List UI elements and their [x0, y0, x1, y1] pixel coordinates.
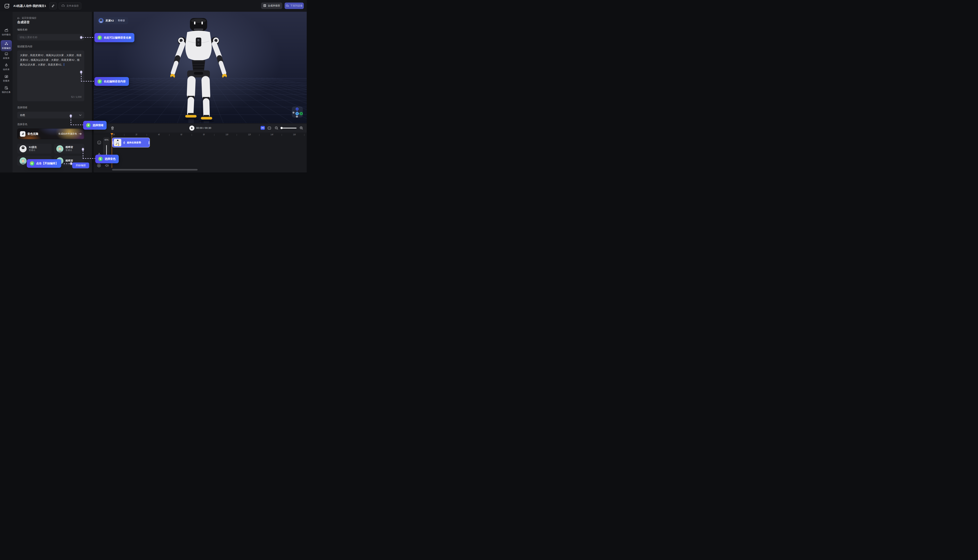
clip-label: 超帅走路姿势: [127, 141, 141, 144]
connector-dot: [70, 162, 72, 165]
name-label: 编辑名称: [17, 28, 27, 32]
left-nav: 动作模仿 音频编排 表情库 动作库 音频库 我的任务: [0, 12, 13, 172]
top-bar: A1机器人动作-我的项目1 文件未保存 合成并保存 下发到设备: [0, 0, 307, 12]
ruler-label: 6f: [180, 133, 182, 136]
text-caret: [64, 63, 64, 66]
delete-clip-button[interactable]: [111, 126, 114, 131]
deploy-to-device-label: 下发到设备: [290, 4, 302, 7]
emotion-label: 选择情绪: [17, 106, 27, 109]
transport-bar: 00:00 / 00:30: [94, 123, 307, 133]
nav-item-action-library[interactable]: 动作库: [0, 63, 12, 71]
volume-track[interactable]: [106, 145, 107, 155]
connector-line: [64, 163, 71, 164]
voice-content-text: 大家好，我是灵犀X2，很高兴认识大家，大家好，我是灵犀X2，很高兴认识大家，大家…: [20, 54, 82, 66]
step-text: 点击【开始编排】: [36, 162, 58, 165]
axis-gizmo[interactable]: Z Y X: [292, 107, 303, 118]
connector-dot: [80, 71, 82, 73]
sparkle-diamonds-icon: [4, 42, 8, 46]
nav-label: 我的任务: [2, 91, 11, 94]
tooltip-step-5: 5 选择音色: [95, 155, 119, 163]
nav-label: 动作库: [3, 68, 10, 71]
synthesize-voice-panel: 返回音频编排 合成语音 编辑名称 描述配音内容 大家好，我是灵犀X2，很高兴认识…: [13, 12, 92, 172]
ruler-label: 4f: [158, 133, 160, 136]
content-label: 描述配音内容: [17, 45, 32, 48]
nav-item-audio-arrange[interactable]: 音频编排: [1, 40, 12, 51]
chevron-down-icon: [79, 113, 82, 117]
clip-range-button[interactable]: [267, 126, 271, 131]
timeline-zoom-slider[interactable]: [281, 128, 297, 128]
save-and-merge-button[interactable]: 合成并保存: [261, 3, 282, 9]
voice-content-textarea[interactable]: 大家好，我是灵犀X2，很高兴认识大家，大家好，我是灵犀X2，很高兴认识大家，大家…: [17, 50, 84, 101]
material-name-input[interactable]: [17, 34, 84, 40]
axis-x-label: X: [300, 113, 302, 115]
play-button[interactable]: [189, 125, 194, 131]
record-target-icon[interactable]: [97, 163, 101, 168]
timeline-panel[interactable]: 0f 2f 4f 6f 8f 10f 12f 14f 16f 40%: [94, 133, 307, 172]
file-unsaved-label: 文件未保存: [67, 4, 79, 8]
connector-dot: [80, 36, 82, 39]
playhead-handle[interactable]: [110, 133, 113, 135]
nav-label: 动作模仿: [2, 33, 11, 36]
robot-name: 灵犀X2: [105, 19, 114, 22]
voice-card-zhihuijun[interactable]: 稚晖君普通话: [54, 144, 84, 154]
nav-item-my-tasks[interactable]: 我的任务: [0, 86, 12, 94]
music-file-icon: [20, 131, 25, 137]
step-text: 在此编辑语音内容: [104, 80, 126, 83]
project-title: A1机器人动作-我的项目1: [13, 0, 46, 12]
ruler-label: 10f: [225, 133, 228, 136]
expression-track-icon[interactable]: [97, 140, 101, 145]
clone-title: 音色克隆: [27, 132, 38, 136]
step-number: 3: [98, 79, 102, 84]
horizontal-scrollbar[interactable]: [112, 169, 197, 170]
zoom-out-icon[interactable]: [275, 126, 278, 131]
nav-item-audio-library[interactable]: 音频库: [0, 75, 12, 82]
timeline-zoom-knob[interactable]: [280, 127, 283, 129]
back-label: 返回音频编排: [22, 17, 37, 20]
ruler-label: 8f: [203, 133, 205, 136]
nav-item-expression-library[interactable]: 表情库: [0, 52, 12, 60]
voice-card-x2[interactable]: X2原生普通话: [17, 144, 52, 154]
axis-neg-dot: [293, 112, 295, 113]
robot-avatar-icon: [98, 18, 103, 23]
edit-title-button[interactable]: [49, 2, 57, 9]
clone-cta-label: 生成你的专属音色: [58, 132, 77, 135]
robot-download-icon: [286, 4, 289, 8]
robot-3d-viewport[interactable]: 灵犀X2 青春版 Z Y X: [94, 12, 307, 123]
deploy-to-device-button[interactable]: 下发到设备: [285, 3, 304, 9]
connector-line: [71, 125, 83, 125]
axis-neg-dot: [296, 115, 298, 118]
voice-name: 稚晖君: [65, 146, 73, 149]
emotion-value: 自然: [20, 113, 25, 117]
save-icon: [263, 4, 266, 8]
start-arrange-button[interactable]: 开始编排: [72, 162, 89, 168]
step-text: 选择音色: [105, 157, 115, 161]
emotion-select[interactable]: 自然: [17, 112, 84, 118]
man-avatar: [56, 145, 63, 152]
back-to-audio-arrange[interactable]: 返回音频编排: [17, 17, 37, 20]
zoom-in-icon[interactable]: [299, 126, 303, 131]
file-unsaved-button[interactable]: 文件未保存: [59, 2, 81, 9]
ruler-label: 16f: [293, 133, 296, 136]
cloud-icon: [62, 4, 65, 8]
motion-clip[interactable]: 超帅走路姿势: [112, 138, 150, 147]
speaker-icon[interactable]: [104, 163, 109, 168]
back-arrow-icon: [17, 17, 20, 19]
man-avatar: [20, 157, 27, 165]
voice-clone-banner[interactable]: 音色克隆 生成你的专属音色: [17, 128, 84, 139]
connector-line: [81, 73, 82, 81]
robot-face-icon: [4, 52, 8, 56]
robot-edition: 青春版: [118, 19, 125, 22]
connector-dot: [70, 115, 72, 117]
tooltip-step-4: 4 选择情绪: [83, 121, 107, 130]
fit-timeline-button[interactable]: [260, 126, 265, 130]
app-logo-icon: [4, 3, 10, 9]
voice-lang: 普通话: [65, 149, 73, 152]
person-icon: [4, 63, 8, 67]
step-number: 2: [98, 36, 102, 40]
nav-item-motion-mimic[interactable]: 动作模仿: [0, 28, 12, 36]
axis-y-label: Y: [297, 113, 298, 115]
nav-label: 音频库: [3, 79, 10, 82]
clip-right-handle[interactable]: [149, 141, 149, 144]
clip-left-handle[interactable]: [113, 141, 113, 144]
ruler-label: 0f: [113, 133, 115, 136]
